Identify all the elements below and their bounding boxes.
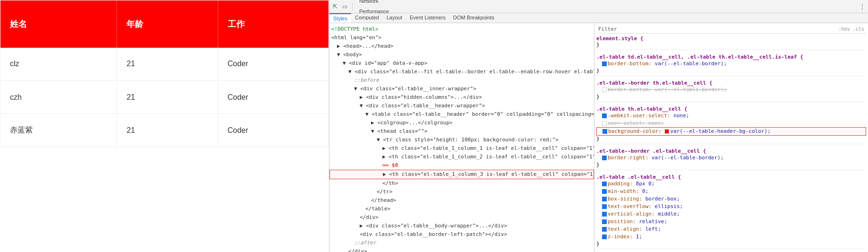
cursor-icon[interactable]: ⇱ xyxy=(331,3,339,10)
indent xyxy=(343,128,348,135)
css-checkbox[interactable] xyxy=(602,204,607,209)
dom-pseudo: ::after xyxy=(354,239,376,247)
indent xyxy=(360,188,365,196)
indent xyxy=(371,153,377,161)
dom-line[interactable]: ▼ <tr class style="height: 100px; backgr… xyxy=(329,136,594,144)
indent xyxy=(337,85,343,93)
dom-line[interactable]: ▶ <colgroup>...</colgroup> xyxy=(329,119,594,127)
css-checkbox[interactable] xyxy=(602,129,607,134)
settings-icon[interactable]: ⋮ xyxy=(859,3,866,10)
dom-line[interactable]: ▼ <table class="el-table__header" border… xyxy=(329,110,594,119)
dom-line[interactable]: ▼ <div class="el-table--fit el-table--bo… xyxy=(329,68,594,76)
indent xyxy=(348,231,354,238)
indent xyxy=(360,180,365,187)
styles-tab-layout[interactable]: Layout xyxy=(383,13,406,23)
indent xyxy=(331,128,337,135)
css-checkbox[interactable] xyxy=(602,182,607,186)
dom-line[interactable]: ▶ <th class="el-table_1_column_1 is-leaf… xyxy=(329,144,594,153)
dom-line[interactable]: ▶ <div class="hidden-columns">...</div> xyxy=(329,93,594,102)
styles-tab-computed[interactable]: Computed xyxy=(351,13,383,23)
dom-line[interactable]: ▶ <th class="el-table_1_column_3 is-leaf… xyxy=(329,170,594,179)
dom-line[interactable]: </th> xyxy=(329,179,594,188)
css-value: left; xyxy=(645,226,661,232)
css-checkbox[interactable] xyxy=(602,61,607,66)
css-property-name: padding: xyxy=(608,181,633,187)
indent xyxy=(354,128,360,135)
devtools-main: <!DOCTYPE html><html lang="en"> ▶ <head>… xyxy=(329,23,868,252)
dom-line[interactable]: ▼ <div class="el-table__inner-wrapper"> xyxy=(329,85,594,93)
dom-line[interactable]: ▼ <thead class=""> xyxy=(329,127,594,136)
styles-panel[interactable]: Filter :hov .cls element.style {}.el-tab… xyxy=(594,23,868,252)
css-checkbox[interactable] xyxy=(602,156,607,160)
indent xyxy=(377,145,382,152)
css-property-line: border-bottom: var(--el-table-border); xyxy=(596,86,866,94)
css-checkbox[interactable] xyxy=(602,121,607,126)
dom-line[interactable]: ▼ <div class="el-table__header-wrapper"> xyxy=(329,102,594,110)
css-checkbox[interactable] xyxy=(602,219,607,224)
indent xyxy=(377,162,382,169)
dom-line[interactable]: ▶ <head>...</head> xyxy=(329,42,594,51)
device-icon[interactable]: ▭ xyxy=(341,3,348,10)
indent xyxy=(343,102,348,110)
css-value: none; xyxy=(648,120,664,126)
dom-line[interactable]: </table> xyxy=(329,205,594,213)
css-checkbox[interactable] xyxy=(602,87,607,92)
css-checkbox[interactable] xyxy=(602,212,607,217)
css-checkbox[interactable] xyxy=(602,235,607,239)
indent xyxy=(331,205,337,213)
indent xyxy=(366,171,372,178)
dom-line[interactable]: ▶ <th class="el-table_1_column_2 is-leaf… xyxy=(329,153,594,161)
dom-line[interactable]: ::before xyxy=(329,76,594,85)
dom-line[interactable]: ▼ <body> xyxy=(329,51,594,59)
indent xyxy=(348,162,354,169)
indent xyxy=(343,222,348,230)
css-checkbox[interactable] xyxy=(602,227,607,232)
devtools-panel: ⇱ ▭ ElementsConsoleVueRecorder ▲SourcesN… xyxy=(329,0,868,252)
indent xyxy=(360,145,365,152)
indent xyxy=(343,248,348,252)
css-property-line: border-right: var(--el-table-border); xyxy=(596,154,866,162)
dom-line[interactable]: <div class="el-table__border-left-patch"… xyxy=(329,230,594,239)
dom-pseudo: ::before xyxy=(354,77,379,84)
indent xyxy=(337,231,343,238)
devtools-tab-network[interactable]: Network xyxy=(355,0,393,7)
indent xyxy=(331,60,337,67)
filter-label: Filter xyxy=(598,26,617,32)
css-checkbox[interactable] xyxy=(602,197,607,201)
table-header-name: 姓名 xyxy=(0,0,117,48)
css-checkbox[interactable] xyxy=(602,113,607,118)
table-cell: Coder xyxy=(218,81,328,114)
indent xyxy=(365,153,371,161)
color-swatch[interactable] xyxy=(664,129,669,134)
dom-line[interactable]: ▼ <div id="app" data-v-app> xyxy=(329,59,594,68)
styles-filter-bar: Filter :hov .cls xyxy=(596,25,866,34)
dom-line[interactable]: </div> xyxy=(329,247,594,252)
indent xyxy=(337,180,343,187)
indent xyxy=(331,188,337,196)
css-property-line: border-bottom: var(--el-table-border); xyxy=(596,60,866,68)
dom-line[interactable]: </thead> xyxy=(329,196,594,205)
dom-line[interactable]: <html lang="en"> xyxy=(329,34,594,42)
css-property-line: vertical-align: middle; xyxy=(596,210,866,218)
indent xyxy=(348,128,354,135)
indent xyxy=(337,153,343,161)
styles-tab-styles[interactable]: Styles xyxy=(329,13,351,23)
dom-panel[interactable]: <!DOCTYPE html><html lang="en"> ▶ <head>… xyxy=(329,23,594,252)
dom-tag-content: ▼ <table class="el-table__header" border… xyxy=(365,111,594,118)
dom-tag-content: <html lang="en"> xyxy=(331,34,381,42)
indent xyxy=(371,180,377,187)
indent xyxy=(343,145,348,152)
styles-tab-dom-breakpoints[interactable]: DOM Breakpoints xyxy=(450,13,498,23)
dom-line[interactable]: </tr> xyxy=(329,188,594,196)
dom-line[interactable]: </div> xyxy=(329,213,594,222)
dom-line[interactable]: == $0 xyxy=(329,161,594,170)
dom-line[interactable]: ▶ <div class="el-table__body-wrapper">..… xyxy=(329,222,594,230)
filter-input[interactable] xyxy=(619,26,839,32)
indent xyxy=(348,111,354,118)
dom-line[interactable]: ::after xyxy=(329,239,594,247)
css-checkbox[interactable] xyxy=(602,189,607,194)
indent xyxy=(371,188,377,196)
dom-line[interactable]: <!DOCTYPE html> xyxy=(329,25,594,34)
styles-tab-event-listeners[interactable]: Event Listeners xyxy=(406,13,450,23)
indent xyxy=(331,239,337,247)
